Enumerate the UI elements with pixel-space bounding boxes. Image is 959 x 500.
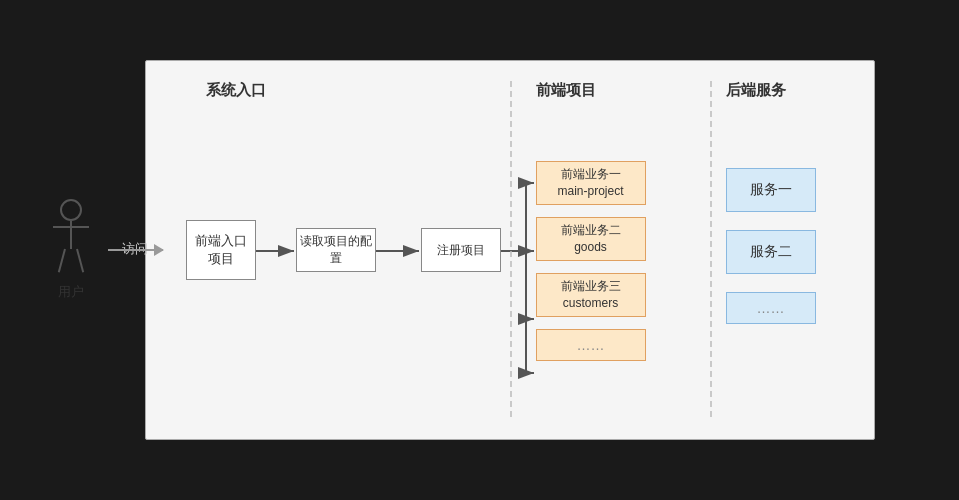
fe-item-1-label2: main-project xyxy=(557,183,623,200)
frontend-item-dots: …… xyxy=(536,329,646,361)
actor-head xyxy=(60,199,82,221)
section-label-frontend: 前端项目 xyxy=(536,81,596,100)
frontend-item-3: 前端业务三 customers xyxy=(536,273,646,317)
actor-legs xyxy=(64,249,78,273)
fe-item-2-label1: 前端业务二 xyxy=(561,222,621,239)
be-item-1-label: 服务一 xyxy=(750,181,792,199)
fe-item-1-label1: 前端业务一 xyxy=(561,166,621,183)
section-label-entry: 系统入口 xyxy=(206,81,266,100)
actor-arms xyxy=(53,226,89,228)
fe-item-3-label2: customers xyxy=(563,295,618,312)
actor-figure xyxy=(60,199,82,273)
register-label: 注册项目 xyxy=(437,242,485,259)
actor-leg-right xyxy=(76,249,84,273)
backend-items-list: 服务一 服务二 …… xyxy=(726,168,816,324)
read-config-label: 读取项目的配置 xyxy=(297,233,375,267)
actor-label: 用户 xyxy=(58,283,84,301)
actor-torso xyxy=(70,221,72,249)
backend-item-1: 服务一 xyxy=(726,168,816,212)
diagram-container: 系统入口 前端项目 后端服务 前端入口 项目 读取项目的配置 注册项目 前端业务… xyxy=(145,60,875,440)
visit-arrow-line xyxy=(108,249,163,251)
frontend-item-1: 前端业务一 main-project xyxy=(536,161,646,205)
be-dots-label: …… xyxy=(757,300,785,316)
be-item-2-label: 服务二 xyxy=(750,243,792,261)
fe-dots-label: …… xyxy=(577,337,605,353)
actor-body xyxy=(64,221,78,273)
section-label-backend: 后端服务 xyxy=(726,81,786,100)
entry-box-text: 前端入口 项目 xyxy=(195,232,247,268)
frontend-item-2: 前端业务二 goods xyxy=(536,217,646,261)
read-config-box: 读取项目的配置 xyxy=(296,228,376,272)
entry-box: 前端入口 项目 xyxy=(186,220,256,280)
actor-leg-left xyxy=(58,249,66,273)
fe-item-2-label2: goods xyxy=(574,239,607,256)
visit-arrow-head xyxy=(154,244,164,256)
frontend-items-list: 前端业务一 main-project 前端业务二 goods 前端业务三 cus… xyxy=(536,161,646,361)
backend-item-dots: …… xyxy=(726,292,816,324)
register-box: 注册项目 xyxy=(421,228,501,272)
fe-item-3-label1: 前端业务三 xyxy=(561,278,621,295)
actor-user: 用户 xyxy=(58,199,84,301)
backend-item-2: 服务二 xyxy=(726,230,816,274)
